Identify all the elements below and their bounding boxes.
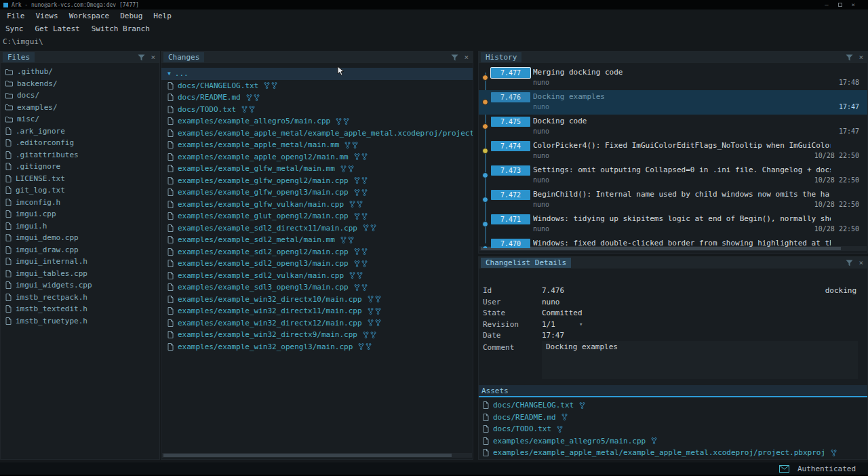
file-tree-item[interactable]: imstb_textedit.h (1, 303, 159, 315)
file-tree-item[interactable]: .gitattributes (1, 149, 159, 161)
changed-file-path: examples/example_glfw_opengl3/main.cpp (178, 188, 349, 197)
changed-file-row[interactable]: examples/example_win32_directx9/main.cpp (161, 329, 473, 341)
file-tree-item[interactable]: .editorconfig (1, 137, 159, 149)
toolbar-switch-branch-button[interactable]: Switch Branch (89, 24, 153, 33)
commit-row[interactable]: 7.472BeginChild(): Internal name used by… (479, 188, 867, 212)
changed-file-row[interactable]: examples/example_glfw_vulkan/main.cpp (161, 199, 473, 211)
changed-file-row[interactable]: examples/example_allegro5/main.cpp (161, 115, 473, 127)
horizontal-scrollbar[interactable] (162, 453, 472, 458)
changed-file-row[interactable]: examples/example_sdl2_opengl2/main.cpp (161, 246, 473, 258)
file-tree-item[interactable]: misc/ (1, 113, 159, 125)
changes-root-row[interactable]: ▼... (161, 68, 473, 80)
file-tree-item[interactable]: .gitignore (1, 161, 159, 173)
changed-file-row[interactable]: examples/example_sdl2_metal/main.mm (161, 234, 473, 246)
file-tree-item[interactable]: imgui_internal.h (1, 256, 159, 268)
commit-row[interactable]: 7.476Docking examplesnuno17:47 (479, 90, 867, 115)
file-tree-item[interactable]: git_log.txt (1, 184, 159, 197)
commit-row[interactable]: 7.474ColorPicker4(): Fixed ImGuiColorEdi… (479, 139, 867, 163)
file-tree-item[interactable]: imgui_widgets.cpp (1, 279, 159, 292)
changed-file-row[interactable]: examples/example_apple_opengl2/main.mm (161, 151, 473, 163)
file-icon (483, 401, 489, 409)
assets-header[interactable]: Assets (479, 385, 867, 397)
file-icon (5, 234, 12, 241)
file-tree-item[interactable]: imconfig.h (1, 197, 159, 209)
commit-row[interactable]: 7.475Docking codenuno17:47 (479, 115, 867, 139)
menu-views[interactable]: Views (33, 12, 62, 20)
commit-graph-dot (482, 99, 488, 105)
collapse-arrow-icon[interactable]: ▼ (167, 71, 171, 77)
changed-file-row[interactable]: docs/README.md (161, 92, 473, 104)
changed-file-path: examples/example_glfw_metal/main.mm (178, 164, 335, 173)
minimize-button[interactable]: – (825, 1, 828, 8)
file-name: imgui.cpp (16, 210, 56, 218)
changed-file-row[interactable]: docs/CHANGELOG.txt (161, 80, 473, 92)
toolbar-get-latest-button[interactable]: Get Latest (33, 24, 83, 33)
changed-file-row[interactable]: docs/TODO.txt (161, 104, 473, 116)
changed-file-row[interactable]: examples/example_win32_directx11/main.cp… (161, 305, 473, 317)
file-tree-item[interactable]: imgui_demo.cpp (1, 232, 159, 244)
revision-dropdown-icon[interactable]: ▾ (579, 321, 583, 328)
changed-file-row[interactable]: examples/example_win32_opengl3/main.cpp (161, 341, 473, 353)
changed-file-row[interactable]: examples/example_apple_metal/main.mm (161, 139, 473, 151)
close-panel-icon[interactable]: × (464, 54, 469, 61)
file-tree-item[interactable]: .ark_ignore (1, 125, 159, 138)
file-icon (483, 425, 489, 433)
asset-row[interactable]: examples/example_allegro5/main.cpp (479, 435, 867, 448)
toolbar-sync-button[interactable]: Sync (3, 24, 26, 33)
changed-file-row[interactable]: examples/example_glfw_opengl3/main.cpp (161, 186, 473, 199)
maximize-button[interactable] (838, 3, 842, 7)
commit-row[interactable]: 7.473Settings: omit outputing Collapsed=… (479, 163, 867, 188)
file-tree-item[interactable]: docs/ (1, 90, 159, 102)
file-icon (5, 210, 12, 218)
branch-fork-icon (579, 401, 585, 410)
asset-row[interactable]: docs/README.md (479, 412, 867, 424)
changed-file-row[interactable]: examples/example_win32_directx12/main.cp… (161, 317, 473, 330)
changed-file-row[interactable]: examples/example_glfw_opengl2/main.cpp (161, 175, 473, 187)
commit-author: nuno (533, 176, 549, 184)
menu-file[interactable]: File (3, 12, 28, 20)
toolbar: SyncGet LatestSwitch Branch (0, 22, 868, 35)
field-value: Committed (542, 309, 583, 317)
file-tree-item[interactable]: imstb_truetype.h (1, 315, 159, 328)
branch-fork-icon (264, 81, 277, 90)
changed-file-row[interactable]: examples/example_sdl2_vulkan/main.cpp (161, 270, 473, 282)
file-tree-item[interactable]: imgui_tables.cpp (1, 268, 159, 280)
revision-badge: 7.475 (491, 117, 530, 127)
menu-debug[interactable]: Debug (117, 12, 146, 20)
close-panel-icon[interactable]: × (859, 54, 863, 61)
changed-file-row[interactable]: examples/example_glfw_metal/main.mm (161, 163, 473, 175)
commit-row[interactable]: 7.470Windows: fixed double-clicked borde… (479, 237, 867, 248)
scrollbar-thumb[interactable] (163, 454, 452, 457)
file-tree-item[interactable]: examples/ (1, 102, 159, 114)
commit-graph-dot (482, 123, 488, 130)
filter-icon[interactable] (138, 54, 145, 61)
changed-file-row[interactable]: examples/example_win32_directx10/main.cp… (161, 294, 473, 306)
changed-file-row[interactable]: examples/example_sdl3_opengl3/main.cpp (161, 281, 473, 294)
file-tree-item[interactable]: LICENSE.txt (1, 173, 159, 185)
menu-workspace[interactable]: Workspace (66, 12, 113, 20)
filter-icon[interactable] (846, 260, 853, 266)
changed-file-row[interactable]: examples/example_sdl2_opengl3/main.cpp (161, 258, 473, 270)
file-tree-item[interactable]: imstb_rectpack.h (1, 292, 159, 304)
file-tree-item[interactable]: imgui_draw.cpp (1, 244, 159, 256)
menu-help[interactable]: Help (150, 12, 175, 20)
asset-row[interactable]: docs/CHANGELOG.txt (479, 399, 867, 412)
close-panel-icon[interactable]: × (151, 54, 155, 61)
file-tree-item[interactable]: imgui.h (1, 220, 159, 233)
filter-icon[interactable] (451, 54, 458, 61)
commit-row[interactable]: 7.471Windows: tidying up skipitems logic… (479, 212, 867, 237)
close-button[interactable]: × (852, 1, 855, 8)
file-tree-item[interactable]: backends/ (1, 78, 159, 90)
asset-row[interactable]: docs/TODO.txt (479, 423, 867, 435)
file-tree-item[interactable]: imgui.cpp (1, 208, 159, 220)
app-window: Ark - nuno@ark-vcs.com:Omega:dev [7477] … (0, 0, 868, 475)
commit-row[interactable]: 7.477Merging docking codenuno17:48 (479, 66, 867, 90)
close-panel-icon[interactable]: × (859, 259, 863, 266)
changed-file-row[interactable]: examples/example_apple_metal/example_app… (161, 127, 473, 140)
filter-icon[interactable] (846, 54, 853, 61)
file-icon (167, 224, 174, 232)
changed-file-row[interactable]: examples/example_glut_opengl2/main.cpp (161, 210, 473, 222)
changed-file-row[interactable]: examples/example_sdl2_directx11/main.cpp (161, 222, 473, 235)
file-tree-item[interactable]: .github/ (1, 66, 159, 78)
asset-row[interactable]: examples/example_apple_metal/example_app… (479, 447, 867, 458)
